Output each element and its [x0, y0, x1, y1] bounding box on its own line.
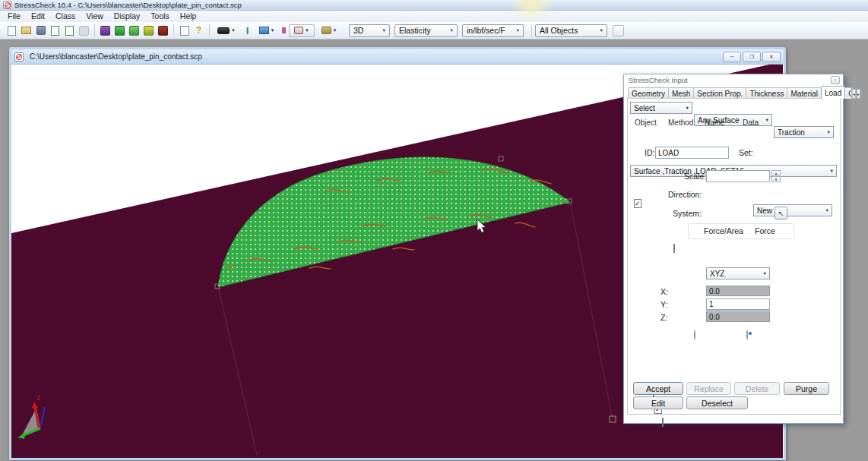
tab-material[interactable]: Material [787, 87, 822, 99]
minimize-button[interactable]: ─ [723, 52, 741, 62]
replace-button: Replace [686, 382, 731, 395]
main-titlebar: StressCheck 10.4 - C:\Users\blancaster\D… [0, 0, 868, 11]
save-icon[interactable] [34, 24, 47, 37]
y-input[interactable] [706, 298, 770, 310]
selection-filter-combobox[interactable]: All Objects [535, 24, 607, 37]
menu-file[interactable]: File [2, 11, 26, 22]
set-combobox[interactable]: New set [753, 204, 832, 216]
system-pick-button[interactable]: ↖ [775, 207, 787, 219]
tab-section-prop[interactable]: Section Prop. [693, 87, 746, 99]
layers-dropdown[interactable]: ▼ [255, 24, 278, 37]
id-label: ID: [645, 148, 654, 157]
load-tab-panel [627, 98, 841, 415]
help-icon[interactable]: ? [192, 24, 205, 37]
selection-extra-button[interactable] [613, 25, 624, 36]
deselect-button[interactable]: Deselect [686, 396, 748, 409]
main-window-title: StressCheck 10.4 - C:\Users\blancaster\D… [14, 1, 242, 9]
purge-button[interactable]: Purge [784, 382, 829, 395]
units-combobox[interactable]: in/lbf/sec/F [462, 24, 524, 37]
mdi-background: C:\Users\blancaster\Desktop\plate_pin_co… [0, 39, 868, 461]
close-button[interactable]: ✕ [762, 52, 781, 62]
record-header-method: Method [668, 118, 693, 127]
delete-button: Delete [734, 382, 780, 395]
model-folder-icon[interactable] [128, 24, 141, 37]
accept-button[interactable]: Accept [633, 382, 683, 395]
display-mode-dropdown[interactable]: ▼ [214, 24, 239, 37]
geometry-view-icon[interactable] [99, 24, 112, 37]
mesh-view-icon[interactable] [113, 24, 126, 37]
new-file-icon[interactable] [5, 24, 18, 37]
stresscheck-input-dialog: StressCheck Input ▫ Geometry Mesh Sectio… [623, 74, 844, 424]
force-area-label: Force/Area [704, 226, 743, 235]
toolbar: ? ▼ I ▼ ▼ ▼ 3D Elasticity in/lbf/sec/F A… [0, 22, 868, 39]
menu-help[interactable]: Help [175, 11, 202, 22]
force-label: Force [755, 226, 775, 235]
document-title: C:\Users\blancaster\Desktop\plate_pin_co… [30, 52, 202, 61]
scale-label: Scale: [684, 172, 706, 181]
menu-bar: File Edit Class View Display Tools Help [0, 11, 868, 22]
x-label: X: [661, 287, 668, 296]
direction-combobox[interactable]: XYZ [706, 267, 770, 279]
id-input[interactable] [655, 147, 729, 159]
tab-load[interactable]: Load [821, 86, 845, 99]
tab-thickness[interactable]: Thickness [746, 87, 787, 99]
triad-z-label: Z [36, 394, 41, 402]
document-titlebar[interactable]: C:\Users\blancaster\Desktop\plate_pin_co… [11, 49, 784, 65]
dialog-tabs: Geometry Mesh Section Prop. Thickness Ma… [628, 86, 841, 99]
export-icon[interactable] [63, 24, 76, 37]
print-icon-disabled [78, 24, 90, 37]
results-icon[interactable] [142, 24, 155, 37]
document-logo-icon [14, 52, 24, 62]
system-label: System: [673, 209, 702, 218]
force-radio[interactable] [746, 330, 748, 340]
edit-button[interactable]: Edit [633, 396, 683, 409]
dialog-pin-button[interactable]: ▫ [831, 76, 840, 84]
record-header-data: Data [743, 118, 759, 127]
dimension-combobox[interactable]: 3D [349, 24, 390, 37]
restore-button[interactable]: ❐ [743, 52, 761, 62]
scale-input[interactable] [706, 170, 770, 182]
tab-constraint-cut[interactable]: Cc [844, 87, 852, 99]
rotate-tool-dropdown[interactable]: ▼ [289, 24, 315, 37]
dialog-title: StressCheck Input [629, 76, 688, 84]
menu-display[interactable]: Display [109, 11, 145, 22]
open-file-icon[interactable] [20, 24, 33, 37]
marker-icon[interactable] [280, 24, 287, 37]
x-input[interactable] [706, 286, 770, 296]
record-header-object: Object [635, 118, 657, 127]
dialog-titlebar[interactable]: StressCheck Input ▫ [624, 74, 843, 85]
app-logo-icon [3, 1, 11, 9]
notes-icon[interactable] [178, 24, 191, 37]
import-icon[interactable] [49, 24, 62, 37]
tab-scroll-left-button[interactable]: ◂ [852, 89, 856, 99]
force-area-radio[interactable] [694, 330, 695, 340]
z-checkbox[interactable] [662, 418, 664, 427]
type-combobox[interactable]: Traction [774, 126, 834, 138]
z-label: Z: [661, 313, 667, 322]
report-icon[interactable] [157, 24, 169, 37]
scale-spinner[interactable]: ▲▼ [771, 170, 781, 182]
direction-label: Direction: [668, 190, 702, 199]
set-label: Set: [739, 148, 753, 157]
menu-view[interactable]: View [81, 11, 109, 22]
zoom-tool-dropdown[interactable]: ▼ [316, 24, 342, 37]
menu-class[interactable]: Class [50, 11, 81, 22]
id-checkbox[interactable]: ✓ [634, 199, 641, 208]
section-tool-icon[interactable]: I [241, 24, 254, 37]
formulation-combobox[interactable]: Elasticity [394, 24, 458, 37]
method-combobox[interactable]: Select [630, 102, 692, 114]
scale-checkbox[interactable] [673, 244, 675, 253]
menu-tools[interactable]: Tools [145, 11, 175, 22]
tab-scroll-right-button[interactable]: ▸ [857, 89, 860, 99]
y-label: Y: [661, 300, 667, 309]
record-header-name: Name [705, 118, 725, 127]
menu-edit[interactable]: Edit [26, 11, 50, 22]
tab-mesh[interactable]: Mesh [668, 87, 694, 99]
z-input[interactable] [706, 311, 770, 322]
tab-geometry[interactable]: Geometry [628, 87, 669, 99]
